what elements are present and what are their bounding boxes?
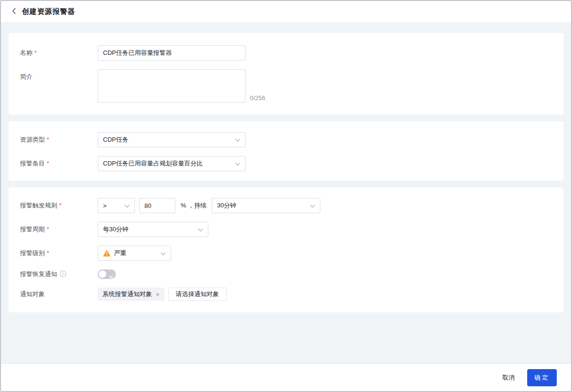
notify-target-tag: 系统报警通知对象 ×: [98, 288, 164, 301]
page-header: 创建资源报警器: [1, 1, 571, 23]
resource-type-label: 资源类型*: [20, 135, 98, 144]
recovery-toggle[interactable]: [98, 269, 116, 279]
alarm-item-select[interactable]: CDP任务已用容量占规划容量百分比: [98, 156, 245, 171]
alarm-period-select[interactable]: 每30分钟: [98, 222, 208, 237]
recovery-notice-label: 报警恢复通知: [20, 270, 98, 279]
resource-card: 资源类型* CDP任务 报警条目* CDP任务已用容量占规划容量百分比: [9, 121, 563, 181]
comparator-select[interactable]: >: [98, 198, 135, 213]
chevron-down-icon: [235, 160, 240, 167]
toggle-off-icon: [109, 272, 113, 281]
remove-tag-icon[interactable]: ×: [156, 291, 160, 298]
required-mark: *: [34, 49, 37, 56]
resource-type-row: 资源类型* CDP任务: [20, 132, 552, 147]
notify-target-label: 通知对象: [20, 290, 98, 299]
back-button[interactable]: [11, 7, 16, 17]
alarm-item-row: 报警条目* CDP任务已用容量占规划容量百分比: [20, 156, 552, 171]
char-counter: 0/256: [250, 95, 266, 103]
threshold-unit-text: % ，持续: [181, 201, 206, 210]
trigger-rule-row: 报警触发规则* > % ，持续 30分钟: [20, 198, 552, 213]
description-label: 简介: [20, 69, 98, 81]
chevron-down-icon: [161, 250, 166, 257]
alarm-period-label: 报警周期*: [20, 225, 98, 234]
threshold-input[interactable]: [139, 198, 175, 213]
alarm-level-row: 报警级别* 严重: [20, 246, 552, 261]
name-row: 名称*: [20, 45, 552, 61]
required-mark: *: [47, 226, 49, 233]
required-mark: *: [47, 249, 49, 257]
name-label: 名称*: [20, 49, 98, 57]
cancel-button[interactable]: 取消: [502, 373, 515, 382]
chevron-down-icon: [310, 202, 315, 209]
name-input[interactable]: [98, 45, 245, 61]
info-icon: [60, 270, 66, 277]
rule-card: 报警触发规则* > % ，持续 30分钟: [9, 187, 563, 312]
alarm-period-row: 报警周期* 每30分钟: [20, 222, 552, 237]
chevron-down-icon: [235, 136, 240, 144]
chevron-down-icon: [124, 202, 130, 209]
chevron-down-icon: [198, 226, 203, 233]
confirm-button[interactable]: 确定: [527, 369, 557, 386]
trigger-rule-label: 报警触发规则*: [20, 201, 98, 210]
form-body: 名称* 简介 0/256 资源类型* CDP任务: [1, 23, 571, 363]
back-icon: [11, 7, 16, 17]
notify-target-row: 通知对象 系统报警通知对象 × 请选择通知对象: [20, 288, 552, 301]
alarm-level-label: 报警级别*: [20, 249, 98, 258]
description-row: 简介 0/256: [20, 69, 552, 103]
required-mark: *: [47, 136, 49, 143]
footer-bar: 取消 确定: [1, 363, 571, 391]
resource-type-select[interactable]: CDP任务: [98, 132, 245, 147]
alarm-level-select[interactable]: 严重: [98, 246, 171, 261]
basic-info-card: 名称* 简介 0/256: [9, 33, 563, 114]
required-mark: *: [59, 202, 61, 209]
select-notify-target-button[interactable]: 请选择通知对象: [168, 288, 227, 301]
required-mark: *: [47, 160, 49, 167]
description-textarea[interactable]: [98, 69, 245, 103]
toggle-knob: [99, 270, 106, 278]
warning-triangle-icon: [103, 250, 111, 257]
recovery-notice-row: 报警恢复通知: [20, 269, 552, 279]
create-resource-alarm-page: 创建资源报警器 名称* 简介 0/256: [0, 0, 572, 392]
alarm-item-label: 报警条目*: [20, 159, 98, 168]
duration-select[interactable]: 30分钟: [212, 198, 320, 213]
page-title: 创建资源报警器: [22, 7, 75, 16]
